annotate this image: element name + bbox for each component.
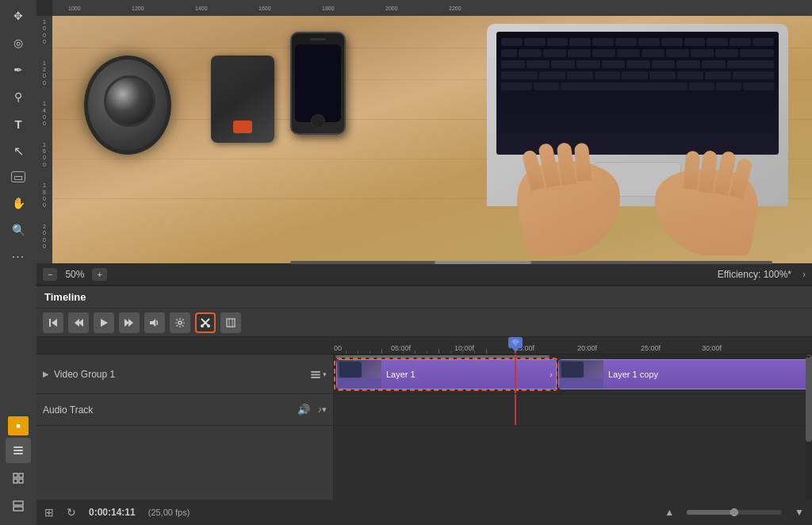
video-group-1-label: Video Group 1 [54, 369, 305, 380]
timeline-settings-button[interactable] [170, 312, 190, 333]
layer-1-copy-thumb [559, 359, 603, 389]
video-clips-row: Layer 1 › Layer 1 copy [334, 354, 812, 394]
track-labels: ▶ Video Group 1 ▾ Audio Track 🔊 [36, 337, 334, 500]
timecode-display: 0:00:14:11 [89, 507, 136, 518]
scrubber-handle[interactable] [730, 508, 738, 516]
playhead-line-ruler [515, 337, 516, 354]
svg-rect-7 [13, 501, 23, 505]
zoom-in-button[interactable]: + [92, 268, 106, 281]
hand-tool-icon[interactable]: ✋ [6, 190, 31, 216]
svg-rect-25 [311, 371, 320, 373]
lasso-tool-icon[interactable]: ◎ [6, 30, 31, 56]
timeline-title: Timeline [44, 291, 86, 303]
layer-1-label: Layer 1 [381, 370, 420, 379]
ruler-left: 1000 1200 1400 1600 1800 2000 2200 [36, 16, 52, 263]
audio-button[interactable] [144, 312, 165, 333]
playhead-head[interactable] [508, 337, 523, 348]
expand-arrow[interactable]: › [802, 269, 806, 280]
svg-rect-6 [19, 479, 23, 483]
canvas-area[interactable]: 1000 1200 1400 1600 1800 2000 2200 1000 … [36, 0, 812, 263]
cut-tool-button[interactable] [195, 312, 216, 333]
go-to-start-button[interactable] [43, 312, 63, 333]
timeline-scroll-track[interactable] [335, 355, 810, 358]
more-tools-icon[interactable]: ··· [6, 244, 31, 270]
svg-rect-2 [13, 453, 23, 454]
svg-rect-8 [13, 507, 23, 511]
svg-rect-3 [13, 473, 17, 477]
svg-marker-13 [101, 319, 108, 327]
rectangle-tool-icon[interactable]: ▭ [11, 171, 25, 182]
audio-clips-row [334, 394, 812, 426]
share-icon[interactable]: ↻ [67, 506, 76, 519]
camera-lens [84, 56, 171, 155]
triangle-up-icon[interactable]: ▲ [665, 507, 674, 518]
track-label-ruler [36, 337, 333, 354]
svg-marker-10 [52, 319, 57, 327]
efficiency-label: Efficiency: 100%* [718, 269, 791, 280]
svg-point-21 [207, 324, 210, 328]
layer-1-end-arrow: › [550, 370, 553, 379]
zoom-level: 50% [65, 269, 84, 280]
fps-display: (25,00 fps) [148, 508, 190, 517]
photo-canvas [52, 16, 812, 263]
audio-track-label: Audio Track 🔊 ♪▾ [36, 394, 333, 426]
panels-icon[interactable]: ⊞ [44, 506, 54, 519]
playhead-line-audio [515, 394, 516, 425]
step-back-button[interactable] [68, 312, 89, 333]
svg-marker-16 [150, 319, 155, 327]
timeline-controls [36, 308, 812, 337]
timeline-section: Timeline [36, 285, 812, 500]
select-tool-icon[interactable]: ↖ [6, 138, 31, 163]
audio-track-label-text: Audio Track [43, 404, 293, 416]
layer-1-thumb [337, 359, 381, 389]
triangle-down-icon[interactable]: ▼ [795, 507, 804, 518]
timeline-tracks: ▶ Video Group 1 ▾ Audio Track 🔊 [36, 337, 812, 500]
hard-drive [211, 56, 274, 143]
timeline-scroll-thumb[interactable] [335, 355, 550, 358]
svg-rect-0 [13, 446, 23, 448]
zoom-tool-icon[interactable]: 🔍 [6, 217, 31, 243]
type-tool-icon[interactable]: T [6, 111, 31, 136]
timeline-ruler[interactable]: 00 05:00f 10:00f 15:00f 20:00f 25:00f 30… [334, 337, 812, 354]
playhead-line-clips [515, 354, 516, 393]
svg-rect-1 [13, 450, 23, 451]
brush-tool-icon[interactable]: ✒ [6, 57, 31, 82]
zoom-out-button[interactable]: − [43, 268, 57, 281]
svg-rect-22 [227, 319, 235, 327]
stamp-tool-icon[interactable]: ⚲ [6, 84, 31, 109]
hands [511, 128, 764, 255]
main-content: 1000 1200 1400 1600 1800 2000 2200 1000 … [36, 0, 812, 525]
audio-note-icon[interactable]: ♪▾ [318, 404, 327, 415]
panel-icon[interactable] [6, 493, 31, 519]
left-toolbar: ✥ ◎ ✒ ⚲ T ↖ ▭ ✋ 🔍 ··· ■ [0, 0, 36, 525]
layer-1-clip[interactable]: Layer 1 › [336, 359, 557, 389]
fullscreen-button[interactable] [220, 312, 241, 333]
layer-1-copy-clip[interactable]: Layer 1 copy › [558, 359, 812, 389]
svg-rect-4 [19, 473, 23, 477]
ruler-top: 1000 1200 1400 1600 1800 2000 2200 [52, 0, 812, 16]
vertical-scrollbar-thumb[interactable] [806, 354, 812, 442]
svg-point-20 [201, 324, 204, 328]
track-content: 00 05:00f 10:00f 15:00f 20:00f 25:00f 30… [334, 337, 812, 500]
svg-rect-26 [311, 374, 320, 375]
step-forward-button[interactable] [119, 312, 140, 333]
status-bar: ⊞ ↻ 0:00:14:11 (25,00 fps) ▲ ▼ [36, 500, 812, 525]
layer-panel-icon[interactable] [6, 438, 31, 463]
move-tool-icon[interactable]: ✥ [6, 3, 31, 29]
svg-rect-27 [311, 377, 320, 378]
smartphone [290, 32, 346, 135]
layer-1-copy-label: Layer 1 copy [603, 370, 663, 379]
track-settings-icon [310, 369, 321, 380]
timeline-topbar: − 50% + Efficiency: 100%* › [36, 263, 812, 285]
track-expand-icon[interactable]: ▶ [43, 370, 49, 378]
play-button[interactable] [94, 312, 114, 333]
track-settings-dropdown[interactable]: ▾ [310, 369, 327, 380]
color-swatch[interactable]: ■ [8, 416, 29, 435]
playback-scrubber[interactable] [687, 510, 782, 515]
audio-speaker-icon[interactable]: 🔊 [297, 404, 310, 416]
svg-marker-15 [128, 319, 133, 327]
grid-icon[interactable] [6, 466, 31, 491]
svg-rect-9 [49, 319, 51, 327]
svg-point-17 [178, 321, 182, 324]
vertical-scrollbar[interactable] [806, 354, 812, 500]
